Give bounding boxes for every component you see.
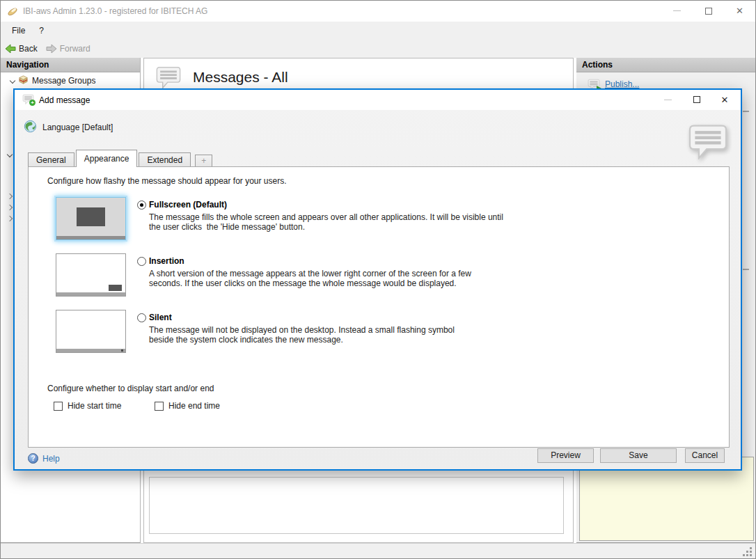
hide-start-time-checkbox[interactable]: [54, 402, 63, 411]
publish-link[interactable]: Publish...: [605, 79, 639, 89]
dialog-footer: ? Help Preview Save Cancel: [15, 446, 741, 469]
app-logo-icon: [7, 6, 18, 19]
minimize-icon: [664, 100, 672, 100]
thumb-message-box: [109, 285, 122, 291]
hide-start-time-option: Hide start time: [54, 401, 121, 411]
thumb-tray-dot: [121, 349, 123, 352]
app-window: IBI-aws Admin 1.23.0 - registered for IB…: [0, 0, 756, 559]
close-button[interactable]: ✕: [724, 1, 755, 21]
message-bubble-watermark-icon: [687, 123, 729, 162]
fullscreen-thumbnail[interactable]: [56, 197, 126, 240]
cancel-button[interactable]: Cancel: [685, 448, 725, 463]
menu-help[interactable]: ?: [32, 22, 51, 40]
intro-text: Configure how flashy the message should …: [47, 176, 287, 186]
add-message-dialog: + Add message ✕ Language [Default] Gener…: [13, 88, 742, 471]
tree-item-message-groups[interactable]: Message Groups: [1, 74, 140, 87]
hide-end-time-option: Hide end time: [155, 401, 220, 411]
hide-end-time-checkbox[interactable]: [155, 402, 164, 411]
fullscreen-description: The message fills the whole screen and a…: [149, 212, 504, 232]
forward-button[interactable]: Forward: [42, 41, 95, 56]
actions-header: Actions: [576, 58, 756, 72]
globe-icon: [24, 120, 37, 135]
maximize-icon: [705, 8, 712, 15]
help-label: Help: [42, 454, 60, 464]
help-icon: ?: [28, 453, 38, 464]
silent-thumbnail[interactable]: [56, 310, 126, 353]
menu-file[interactable]: File: [5, 22, 32, 40]
fullscreen-label: Fullscreen (Default): [149, 200, 227, 210]
thumb-taskbar: [56, 236, 125, 239]
publish-action[interactable]: Publish...: [576, 72, 756, 90]
preview-button[interactable]: Preview: [537, 448, 594, 463]
message-detail-box: [149, 477, 564, 534]
minimize-icon: [673, 10, 681, 11]
thumb-message-box: [77, 207, 105, 226]
dialog-maximize-button[interactable]: [682, 90, 711, 109]
tab-bar: General Appearance Extended +: [28, 149, 214, 167]
chevron-down-icon[interactable]: [10, 78, 15, 84]
dialog-title: Add message: [39, 95, 90, 105]
tab-extended[interactable]: Extended: [139, 152, 191, 167]
fullscreen-radio[interactable]: [137, 200, 146, 210]
statusbar: [1, 543, 755, 559]
back-label: Back: [19, 44, 38, 54]
forward-label: Forward: [60, 44, 90, 54]
page-title: Messages - All: [193, 69, 288, 86]
tab-appearance[interactable]: Appearance: [76, 150, 138, 167]
dialog-minimize-button[interactable]: [653, 90, 682, 109]
chevron-right-icon[interactable]: [7, 216, 13, 221]
message-groups-icon: [18, 74, 29, 87]
maximize-icon: [693, 96, 700, 103]
thumb-taskbar: [56, 349, 125, 352]
silent-label: Silent: [149, 313, 172, 322]
message-bubble-icon: [155, 65, 182, 89]
chevron-right-icon[interactable]: [7, 205, 13, 210]
dialog-close-button[interactable]: ✕: [710, 90, 739, 109]
minimize-button[interactable]: [661, 1, 693, 21]
titlebar: IBI-aws Admin 1.23.0 - registered for IB…: [1, 1, 755, 22]
close-icon: ✕: [736, 6, 743, 15]
messages-header: Messages - All: [144, 58, 573, 89]
toolbar: Back Forward: [1, 40, 755, 58]
silent-radio[interactable]: [137, 313, 146, 322]
action-separator: [743, 111, 749, 112]
hide-end-time-label: Hide end time: [168, 401, 220, 411]
save-button[interactable]: Save: [600, 448, 677, 463]
add-message-icon: +: [22, 94, 36, 106]
back-button[interactable]: Back: [1, 41, 42, 56]
silent-description: The message will not be displayed on the…: [149, 325, 475, 345]
help-link[interactable]: ? Help: [28, 453, 60, 464]
resize-grip[interactable]: [750, 554, 752, 556]
time-config-label: Configure whether to display start and/o…: [47, 384, 214, 393]
tab-add-language[interactable]: +: [195, 155, 212, 167]
thumb-taskbar: [56, 292, 125, 296]
appearance-tab-content: Configure how flashy the message should …: [28, 166, 730, 448]
tab-general[interactable]: General: [28, 152, 74, 167]
window-title: IBI-aws Admin 1.23.0 - registered for IB…: [23, 6, 207, 16]
language-row: Language [Default]: [24, 120, 113, 135]
tree-item-label: Message Groups: [32, 76, 95, 86]
insertion-label: Insertion: [149, 256, 184, 266]
maximize-button[interactable]: [693, 1, 724, 21]
forward-arrow-icon: [46, 43, 57, 54]
dialog-titlebar: + Add message ✕: [15, 90, 741, 110]
plus-badge-icon: +: [29, 100, 36, 106]
action-separator: [743, 269, 749, 270]
insertion-radio[interactable]: [137, 257, 146, 266]
hide-start-time-label: Hide start time: [68, 401, 121, 411]
insertion-description: A short version of the message appears a…: [149, 269, 504, 288]
close-icon: ✕: [721, 95, 729, 104]
chevron-right-icon[interactable]: [7, 194, 13, 199]
language-label: Language [Default]: [42, 123, 113, 132]
navigation-header: Navigation: [1, 58, 140, 72]
chevron-down-icon[interactable]: [7, 152, 13, 157]
insertion-thumbnail[interactable]: [56, 253, 126, 297]
back-arrow-icon: [5, 43, 16, 54]
menubar: File ?: [1, 22, 755, 40]
